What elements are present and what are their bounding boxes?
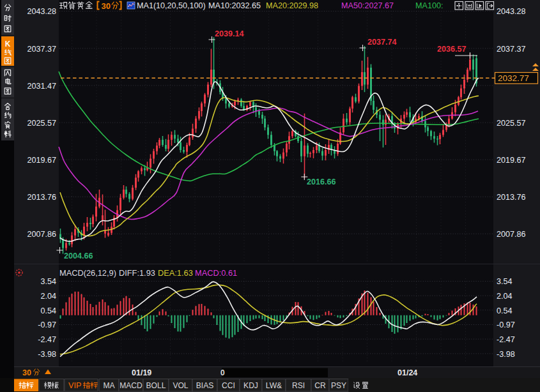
svg-text:-2.47: -2.47 xyxy=(497,335,515,344)
svg-text:2032.77: 2032.77 xyxy=(498,73,529,83)
svg-text:CCI: CCI xyxy=(222,381,235,390)
svg-text:2013.76: 2013.76 xyxy=(497,193,526,202)
svg-text:MACD:0.61: MACD:0.61 xyxy=(195,268,237,278)
svg-text:2031.47: 2031.47 xyxy=(27,82,56,91)
svg-text:DIFF:1.93: DIFF:1.93 xyxy=(119,268,155,278)
svg-text:RSI: RSI xyxy=(292,381,305,390)
svg-text:BOLL: BOLL xyxy=(146,381,166,390)
svg-text:MA10:2032.65: MA10:2032.65 xyxy=(208,1,261,10)
svg-text:0: 0 xyxy=(220,368,225,377)
svg-text:MA: MA xyxy=(103,381,115,390)
svg-text:2016.66: 2016.66 xyxy=(307,177,336,186)
svg-text:-0.97: -0.97 xyxy=(38,320,56,329)
svg-text:MACD: MACD xyxy=(120,381,143,390)
svg-text:30: 30 xyxy=(22,368,31,377)
svg-text:2019.67: 2019.67 xyxy=(497,156,526,165)
svg-text:01/24: 01/24 xyxy=(397,368,417,377)
svg-text:3.54: 3.54 xyxy=(40,277,56,286)
svg-text:2037.37: 2037.37 xyxy=(27,45,56,54)
svg-text:CR: CR xyxy=(314,381,326,390)
svg-text:2.04: 2.04 xyxy=(40,292,56,301)
svg-text:VOL: VOL xyxy=(173,381,188,390)
svg-text:-2.47: -2.47 xyxy=(38,335,56,344)
svg-text:2025.57: 2025.57 xyxy=(27,119,56,128)
svg-text:PSY: PSY xyxy=(331,381,346,390)
svg-text:BIAS: BIAS xyxy=(196,381,214,390)
svg-text:MA20:2029.98: MA20:2029.98 xyxy=(266,1,318,10)
svg-text:VIP: VIP xyxy=(68,381,81,390)
svg-text:3.54: 3.54 xyxy=(497,277,513,286)
svg-text:DEA:1.63: DEA:1.63 xyxy=(158,268,193,278)
svg-text:0.54: 0.54 xyxy=(497,306,513,315)
svg-text:K: K xyxy=(5,40,11,49)
svg-text:MA100:: MA100: xyxy=(415,1,443,10)
svg-text:-3.98: -3.98 xyxy=(38,350,56,359)
svg-text:MACD(26,12,9): MACD(26,12,9) xyxy=(59,268,116,278)
svg-text:2.04: 2.04 xyxy=(497,292,513,301)
svg-text:2019.67: 2019.67 xyxy=(27,156,56,165)
svg-text:2007.86: 2007.86 xyxy=(27,230,56,239)
svg-text:2043.28: 2043.28 xyxy=(27,7,56,16)
svg-text:2004.66: 2004.66 xyxy=(64,252,93,260)
svg-text:MA1(10,20,50,100): MA1(10,20,50,100) xyxy=(137,1,206,10)
svg-text:LW&: LW& xyxy=(266,381,282,390)
svg-text:MA50:2027.67: MA50:2027.67 xyxy=(341,1,394,10)
svg-text:2043.28: 2043.28 xyxy=(497,7,526,16)
svg-text:2037.74: 2037.74 xyxy=(367,38,397,47)
svg-text:2025.57: 2025.57 xyxy=(497,119,526,128)
svg-text:2007.86: 2007.86 xyxy=(497,230,526,239)
svg-text:KDJ: KDJ xyxy=(243,381,258,390)
svg-text:0.54: 0.54 xyxy=(40,306,56,315)
svg-text:2039.14: 2039.14 xyxy=(215,29,244,38)
svg-text:-3.98: -3.98 xyxy=(497,350,515,359)
svg-text:2036.57: 2036.57 xyxy=(437,45,467,54)
svg-text:30: 30 xyxy=(102,1,111,11)
svg-text:2037.37: 2037.37 xyxy=(497,45,526,54)
svg-text:-0.97: -0.97 xyxy=(497,320,515,329)
svg-text:01/19: 01/19 xyxy=(132,368,151,377)
svg-text:2013.76: 2013.76 xyxy=(27,193,56,202)
